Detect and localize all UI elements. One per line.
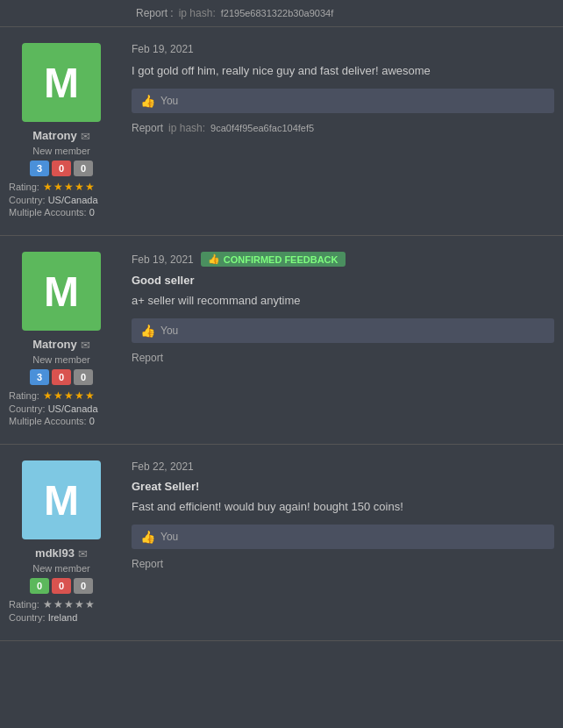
country-row-2: Country: Ireland bbox=[9, 612, 114, 623]
badge-1-2: 0 bbox=[74, 369, 93, 385]
star-2-1: ★ bbox=[53, 598, 63, 610]
star-0-1: ★ bbox=[53, 181, 63, 193]
review-left-0: MMatrony✉New member300Rating:★★★★★Countr… bbox=[0, 36, 123, 226]
mail-icon-2[interactable]: ✉ bbox=[78, 547, 88, 560]
badge-row-0: 300 bbox=[30, 161, 93, 176]
report-link-2[interactable]: Report bbox=[132, 558, 163, 570]
badge-0-2: 0 bbox=[74, 161, 93, 176]
badge-row-1: 300 bbox=[30, 369, 93, 385]
report-link-0[interactable]: Report bbox=[132, 122, 163, 134]
top-report-row: Report : ip hash: f2195e6831322b30a9034f bbox=[0, 0, 563, 27]
member-level-1: New member bbox=[32, 354, 89, 365]
review-body-1: a+ seller will recommand anytime bbox=[132, 292, 554, 310]
country-row-1: Country: US/Canada bbox=[9, 403, 114, 414]
member-level-2: New member bbox=[32, 563, 89, 574]
review-right-1: Feb 19, 2021👍CONFIRMED FEEDBACKGood sell… bbox=[123, 245, 563, 435]
review-date-0: Feb 19, 2021 bbox=[132, 43, 194, 55]
review-left-1: MMatrony✉New member300Rating:★★★★★Countr… bbox=[0, 245, 123, 435]
star-2-0: ★ bbox=[43, 598, 53, 610]
star-2-2: ★ bbox=[64, 598, 74, 610]
ip-hash-value-0: 9ca0f4f95ea6fac104fef5 bbox=[210, 123, 314, 133]
member-level-0: New member bbox=[32, 146, 89, 156]
country-label-1: Country: bbox=[9, 403, 48, 414]
country-value-1: US/Canada bbox=[48, 403, 98, 414]
username-1[interactable]: Matrony bbox=[32, 338, 77, 351]
top-ip-hash-value: f2195e6831322b30a9034f bbox=[221, 8, 333, 18]
you-row-2: 👍You bbox=[132, 525, 554, 549]
accounts-value-1: 0 bbox=[89, 416, 95, 426]
star-2-4: ★ bbox=[85, 598, 95, 610]
country-value-2: Ireland bbox=[48, 612, 78, 623]
accounts-label-1: Multiple Accounts: bbox=[9, 416, 89, 426]
accounts-row-0: Multiple Accounts: 0 bbox=[9, 207, 114, 218]
star-0-3: ★ bbox=[75, 181, 84, 193]
review-right-2: Feb 22, 2021Great Seller!Fast and effici… bbox=[123, 453, 563, 632]
badge-0-0: 3 bbox=[30, 161, 49, 176]
badge-1-1: 0 bbox=[52, 369, 71, 385]
accounts-row-1: Multiple Accounts: 0 bbox=[9, 416, 114, 426]
date-row-0: Feb 19, 2021 bbox=[132, 43, 554, 55]
rating-row-1: Rating:★★★★★ bbox=[9, 389, 114, 402]
top-report-link[interactable]: Report : bbox=[136, 7, 174, 19]
mail-icon-0[interactable]: ✉ bbox=[81, 130, 90, 143]
badge-row-2: 000 bbox=[30, 578, 93, 594]
rating-label-0: Rating: bbox=[9, 182, 39, 192]
country-label-2: Country: bbox=[9, 612, 48, 623]
top-report-section: Report : ip hash: f2195e6831322b30a9034f bbox=[136, 4, 333, 23]
badge-2-0: 0 bbox=[30, 578, 49, 594]
review-block-2: Mmdkl93✉New member000Rating:★★★★★Country… bbox=[0, 445, 563, 641]
username-0[interactable]: Matrony bbox=[32, 129, 77, 142]
report-row-2: Report bbox=[132, 554, 554, 574]
review-body-0: I got gold off him, really nice guy and … bbox=[132, 62, 554, 80]
star-0-0: ★ bbox=[43, 181, 53, 193]
reviews-container: MMatrony✉New member300Rating:★★★★★Countr… bbox=[0, 27, 563, 641]
stars-1: ★★★★★ bbox=[43, 389, 95, 402]
report-row-0: Reportip hash:9ca0f4f95ea6fac104fef5 bbox=[132, 118, 554, 138]
star-0-4: ★ bbox=[85, 181, 95, 193]
report-link-1[interactable]: Report bbox=[132, 352, 163, 364]
you-label-1: You bbox=[160, 325, 178, 337]
country-label-0: Country: bbox=[9, 195, 48, 205]
rating-row-0: Rating:★★★★★ bbox=[9, 181, 114, 193]
review-left-2: Mmdkl93✉New member000Rating:★★★★★Country… bbox=[0, 453, 123, 632]
avatar-2: M bbox=[22, 460, 101, 539]
badge-0-1: 0 bbox=[52, 161, 71, 176]
accounts-value-0: 0 bbox=[89, 207, 95, 218]
date-row-2: Feb 22, 2021 bbox=[132, 460, 554, 473]
top-ip-hash-label: ip hash: bbox=[179, 7, 216, 19]
thumbs-up-icon-1: 👍 bbox=[208, 253, 220, 265]
star-1-1: ★ bbox=[53, 389, 63, 402]
you-row-1: 👍You bbox=[132, 318, 554, 343]
star-1-3: ★ bbox=[75, 389, 84, 402]
stars-2: ★★★★★ bbox=[43, 598, 95, 610]
accounts-label-0: Multiple Accounts: bbox=[9, 207, 89, 218]
review-date-1: Feb 19, 2021 bbox=[132, 253, 194, 266]
thumb-icon-1: 👍 bbox=[140, 324, 155, 338]
rating-label-2: Rating: bbox=[9, 599, 39, 610]
country-row-0: Country: US/Canada bbox=[9, 195, 114, 205]
you-row-0: 👍You bbox=[132, 89, 554, 113]
confirmed-text-1: CONFIRMED FEEDBACK bbox=[224, 254, 339, 265]
star-1-2: ★ bbox=[64, 389, 74, 402]
username-2[interactable]: mdkl93 bbox=[35, 546, 75, 560]
badge-2-1: 0 bbox=[52, 578, 71, 594]
ip-hash-label-0: ip hash: bbox=[168, 122, 205, 134]
badge-1-0: 3 bbox=[30, 369, 49, 385]
report-row-1: Report bbox=[132, 348, 554, 368]
review-title-1: Good seller bbox=[132, 274, 554, 287]
rating-row-2: Rating:★★★★★ bbox=[9, 598, 114, 610]
star-0-2: ★ bbox=[64, 181, 74, 193]
stars-0: ★★★★★ bbox=[43, 181, 95, 193]
review-right-0: Feb 19, 2021I got gold off him, really n… bbox=[123, 36, 563, 226]
review-body-2: Fast and efficient! would buy again! bou… bbox=[132, 498, 554, 516]
thumb-icon-2: 👍 bbox=[140, 530, 155, 544]
you-label-0: You bbox=[160, 95, 178, 107]
date-row-1: Feb 19, 2021👍CONFIRMED FEEDBACK bbox=[132, 252, 554, 267]
star-1-4: ★ bbox=[85, 389, 95, 402]
review-date-2: Feb 22, 2021 bbox=[132, 460, 194, 473]
star-1-0: ★ bbox=[43, 389, 53, 402]
avatar-0: M bbox=[22, 43, 101, 122]
confirmed-badge-1: 👍CONFIRMED FEEDBACK bbox=[201, 252, 346, 267]
thumb-icon-0: 👍 bbox=[140, 94, 155, 108]
mail-icon-1[interactable]: ✉ bbox=[81, 339, 90, 352]
